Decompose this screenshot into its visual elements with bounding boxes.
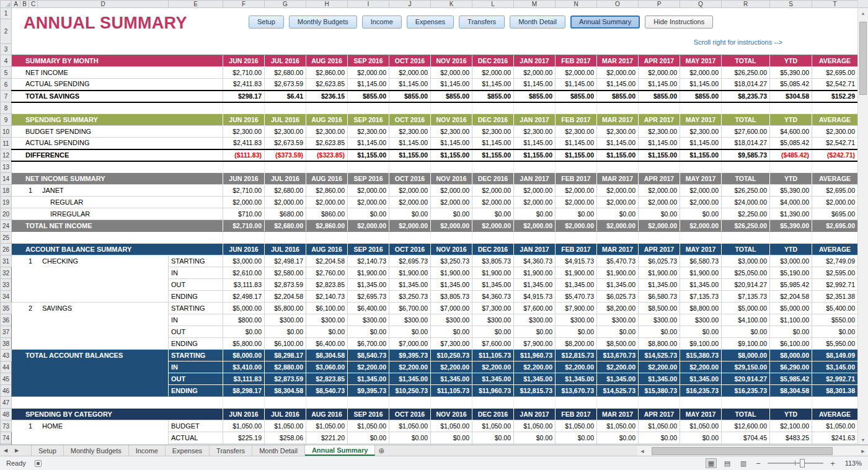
- cell[interactable]: $2,673.59: [265, 138, 306, 149]
- cell[interactable]: $1,155.00: [389, 149, 431, 161]
- month-header[interactable]: DEC 2016: [472, 244, 514, 255]
- row-header-11[interactable]: 11: [1, 138, 12, 149]
- cell[interactable]: $304.58: [770, 91, 812, 102]
- month-header[interactable]: AUG 2016: [306, 173, 348, 185]
- cell[interactable]: $1,050.00: [389, 420, 431, 432]
- select-all-corner[interactable]: [1, 1, 12, 8]
- month-header[interactable]: JUN 2016: [223, 244, 265, 255]
- row-header-74[interactable]: 74: [1, 432, 12, 444]
- sheet-tab-transfers[interactable]: Transfers: [210, 445, 252, 456]
- cell[interactable]: $1,345.00: [680, 279, 722, 291]
- cell[interactable]: $7,135.73: [680, 291, 722, 303]
- cell[interactable]: $15,380.73: [639, 385, 680, 397]
- cell[interactable]: $1,155.00: [348, 149, 389, 161]
- cell[interactable]: $2,000.00: [680, 220, 722, 232]
- cell[interactable]: $1,145.00: [556, 79, 597, 91]
- cell[interactable]: [348, 102, 389, 114]
- row-label[interactable]: DIFFERENCE: [12, 149, 223, 161]
- cell[interactable]: [639, 102, 680, 114]
- cell[interactable]: $0.00: [680, 326, 722, 338]
- month-header[interactable]: SEP 2016: [348, 244, 389, 255]
- cell[interactable]: $3,060.00: [306, 361, 348, 373]
- cell[interactable]: $4,915.73: [556, 255, 597, 267]
- cell[interactable]: $2,000.00: [472, 197, 514, 208]
- cell[interactable]: [223, 232, 265, 244]
- month-header[interactable]: AUG 2016: [306, 244, 348, 255]
- cell[interactable]: [223, 102, 265, 114]
- cell[interactable]: [680, 161, 722, 173]
- cell[interactable]: $2,000.00: [431, 185, 472, 197]
- cell[interactable]: [348, 397, 389, 409]
- cell[interactable]: $2,300.00: [223, 126, 265, 138]
- cell[interactable]: [597, 397, 639, 409]
- month-header[interactable]: NOV 2016: [431, 409, 472, 420]
- cell[interactable]: $1,145.00: [389, 138, 431, 149]
- section-title[interactable]: ACCOUNT BALANCE SUMMARY: [12, 244, 223, 255]
- cell[interactable]: $0.00: [223, 326, 265, 338]
- cell[interactable]: $2,000.00: [348, 197, 389, 208]
- cell[interactable]: $5,470.73: [556, 291, 597, 303]
- cell[interactable]: $5,390.00: [770, 67, 812, 79]
- month-header[interactable]: YTD: [770, 55, 812, 67]
- horizontal-scrollbar[interactable]: [637, 446, 868, 456]
- cell[interactable]: $855.00: [472, 91, 514, 102]
- month-header[interactable]: JUL 2016: [265, 409, 306, 420]
- month-header[interactable]: JAN 2017: [514, 244, 556, 255]
- column-header-f[interactable]: F: [223, 1, 265, 8]
- cell[interactable]: $18,014.27: [722, 79, 770, 91]
- cell[interactable]: $5,190.00: [770, 267, 812, 279]
- row-sublabel[interactable]: STARTING: [169, 255, 223, 267]
- row-sublabel[interactable]: STARTING: [169, 350, 223, 361]
- cell[interactable]: $6,290.00: [770, 361, 812, 373]
- cell[interactable]: $1,145.00: [639, 79, 680, 91]
- scroll-up-icon[interactable]: [858, 8, 868, 18]
- row-header-7[interactable]: 7: [1, 91, 12, 102]
- cell[interactable]: $1,050.00: [431, 420, 472, 432]
- row-sublabel[interactable]: BUDGET: [169, 420, 223, 432]
- row-label[interactable]: ACTUAL SPENDING: [12, 138, 223, 149]
- column-header-q[interactable]: Q: [680, 1, 722, 8]
- cell[interactable]: $2,498.17: [223, 291, 265, 303]
- cell[interactable]: $6,100.00: [265, 338, 306, 350]
- cell[interactable]: $8,800.00: [680, 303, 722, 314]
- cell[interactable]: $2,000.00: [639, 220, 680, 232]
- cell[interactable]: $5,000.00: [770, 303, 812, 314]
- row-header-26[interactable]: 26: [1, 244, 12, 255]
- cell[interactable]: $15,380.73: [680, 350, 722, 361]
- cell[interactable]: $0.00: [680, 208, 722, 220]
- cell[interactable]: $5,400.00: [812, 303, 858, 314]
- month-header[interactable]: TOTAL: [722, 409, 770, 420]
- month-header[interactable]: YTD: [770, 173, 812, 185]
- cell[interactable]: $8,304.58: [265, 385, 306, 397]
- row-header-24[interactable]: 24: [1, 220, 12, 232]
- row-sublabel[interactable]: ENDING: [169, 385, 223, 397]
- cell[interactable]: $300.00: [472, 314, 514, 326]
- cell[interactable]: $2,860.00: [306, 220, 348, 232]
- column-header-r[interactable]: R: [722, 1, 770, 8]
- cell[interactable]: $5,985.42: [770, 373, 812, 385]
- month-header[interactable]: DEC 2016: [472, 55, 514, 67]
- vertical-scroll-thumb[interactable]: [859, 22, 867, 95]
- cell[interactable]: $5,085.42: [770, 79, 812, 91]
- column-header-a[interactable]: A: [12, 1, 20, 8]
- cell[interactable]: [556, 161, 597, 173]
- month-header[interactable]: AVERAGE: [812, 409, 858, 420]
- cell[interactable]: $6,400.00: [348, 303, 389, 314]
- month-header[interactable]: SEP 2016: [348, 409, 389, 420]
- row-sublabel[interactable]: ACTUAL: [169, 432, 223, 444]
- month-header[interactable]: JUN 2016: [223, 409, 265, 420]
- cell[interactable]: $800.00: [223, 314, 265, 326]
- cell[interactable]: [12, 232, 223, 244]
- cell[interactable]: $1,145.00: [680, 79, 722, 91]
- month-header[interactable]: AVERAGE: [812, 173, 858, 185]
- month-header[interactable]: MAY 2017: [680, 55, 722, 67]
- cell[interactable]: [812, 397, 858, 409]
- horizontal-scroll-thumb[interactable]: [652, 447, 833, 455]
- cell[interactable]: $1,345.00: [556, 279, 597, 291]
- cell[interactable]: $0.00: [431, 208, 472, 220]
- cell[interactable]: $2,204.58: [770, 291, 812, 303]
- cell[interactable]: $2,000.00: [597, 185, 639, 197]
- nav-button-income[interactable]: Income: [362, 16, 402, 29]
- cell[interactable]: $695.00: [812, 208, 858, 220]
- cell[interactable]: $1,345.00: [472, 373, 514, 385]
